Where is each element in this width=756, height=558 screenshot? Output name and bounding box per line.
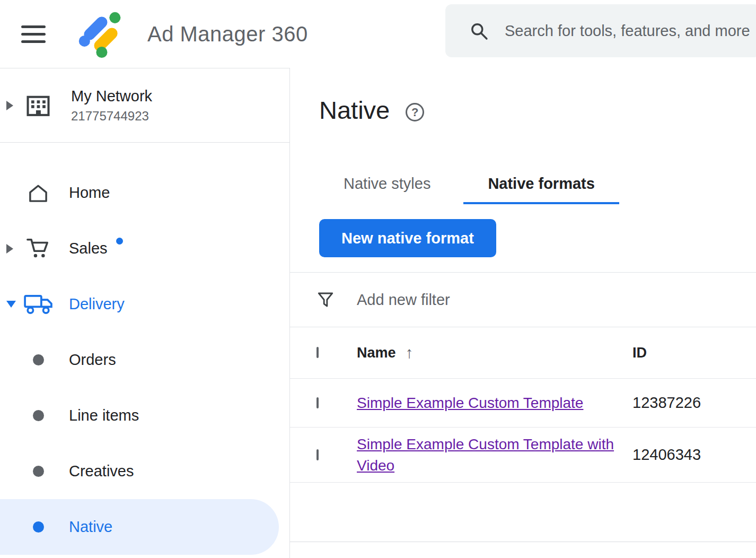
table-footer-spacer [290,483,756,542]
menu-icon[interactable] [21,25,46,43]
chevron-right-icon [6,101,13,110]
column-header-name: Name [357,345,396,361]
network-selector[interactable]: My Network 21775744923 [0,68,289,143]
tab-native-styles[interactable]: Native styles [319,165,455,204]
tab-bar: Native styles Native formats [319,165,756,204]
table-row: Simple Example Custom Template with Vide… [290,428,756,483]
bullet-icon [33,466,44,477]
native-format-id: 12406343 [632,446,756,464]
help-icon[interactable]: ? [406,103,424,121]
bullet-icon [33,521,44,533]
sidebar-item-creatives[interactable]: Creatives [0,443,289,499]
page-title: Native [319,95,390,125]
notification-dot [116,238,123,245]
column-header-id: ID [632,345,756,361]
sidebar-item-native[interactable]: Native [0,499,279,555]
network-name: My Network [71,88,152,105]
sidebar-item-line-items[interactable]: Line items [0,388,289,443]
chevron-right-icon [6,244,13,254]
sidebar-item-label: Home [69,184,110,202]
search-icon [469,21,489,41]
sidebar-item-label: Orders [69,351,116,369]
bullet-icon [33,410,44,421]
bullet-icon [33,354,44,365]
table-row: Simple Example Custom Template 12387226 [290,379,756,428]
main-content: Native ? Native styles Native formats Ne… [290,68,756,558]
sort-ascending-icon[interactable]: ↑ [406,344,414,362]
sidebar-item-home[interactable]: Home [0,165,289,221]
filter-placeholder: Add new filter [357,291,450,309]
sidebar-item-sales[interactable]: Sales [0,221,289,276]
sidebar-item-delivery[interactable]: Delivery [0,276,289,332]
native-format-link[interactable]: Simple Example Custom Template [357,395,583,411]
native-format-link[interactable]: Simple Example Custom Template with Vide… [357,436,614,474]
filter-funnel-icon [317,291,335,309]
ad-manager-logo-icon [76,8,125,59]
chevron-down-icon [6,301,16,308]
tab-native-formats[interactable]: Native formats [463,165,619,204]
app-title: Ad Manager 360 [147,22,308,46]
row-checkbox[interactable] [317,449,319,460]
sidebar-item-label: Line items [69,407,139,424]
header-checkbox[interactable] [317,347,319,358]
sidebar-item-label: Native [69,518,112,536]
sidebar-item-label: Sales [69,240,108,257]
truck-icon [23,293,53,316]
search-placeholder: Search for tools, features, and more [505,22,750,40]
native-format-id: 12387226 [632,394,756,412]
sidebar-item-label: Creatives [69,463,134,480]
top-bar: Ad Manager 360 Search for tools, feature… [0,0,756,68]
network-id: 21775744923 [71,109,152,124]
table-header-row: Name ↑ ID [290,327,756,379]
new-native-format-button[interactable]: New native format [319,219,496,257]
sidebar-item-orders[interactable]: Orders [0,332,289,388]
cart-icon [26,237,50,261]
search-input[interactable]: Search for tools, features, and more [445,4,756,57]
filter-bar[interactable]: Add new filter [290,272,756,327]
sidebar-nav: Home Sales [0,143,289,555]
sidebar: My Network 21775744923 Home [0,68,290,558]
building-icon [24,92,52,119]
sidebar-item-label: Delivery [69,295,125,313]
row-checkbox[interactable] [317,397,319,408]
home-icon [27,181,50,205]
